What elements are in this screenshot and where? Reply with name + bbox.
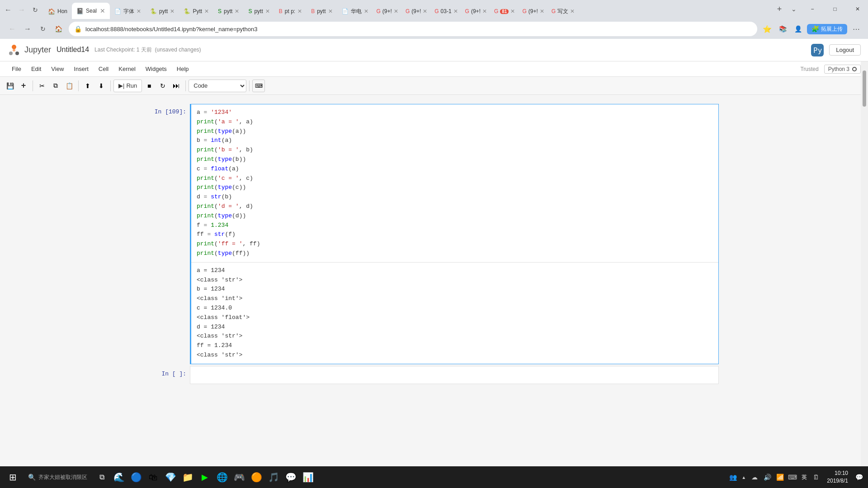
- cell-content-empty[interactable]: [190, 366, 719, 384]
- cut-button[interactable]: ✂: [36, 80, 48, 92]
- tab-close-icon[interactable]: ✕: [540, 8, 544, 14]
- close-button[interactable]: ✕: [847, 2, 868, 16]
- url-input-box[interactable]: 🔒 localhost:8888/notebooks/Untitled14.ip…: [69, 22, 757, 36]
- notification-button[interactable]: 💬: [854, 472, 864, 483]
- menu-cell[interactable]: Cell: [94, 64, 113, 74]
- tab-sf-pytt2[interactable]: S pytt ✕: [244, 4, 274, 19]
- menu-help[interactable]: Help: [172, 64, 193, 74]
- tab-close-icon[interactable]: ✕: [170, 8, 175, 14]
- tab-xiewen[interactable]: G 写文 ✕: [548, 4, 578, 19]
- tray-volume[interactable]: 🔊: [762, 472, 773, 483]
- tab-seal[interactable]: 📓 Seal ✕: [72, 3, 110, 19]
- back-nav-button[interactable]: ←: [5, 22, 19, 36]
- clock-display[interactable]: 10:10 2019/8/1: [823, 469, 852, 485]
- restart-run-button[interactable]: ⏭: [170, 80, 183, 92]
- tab-close-icon[interactable]: ✕: [137, 8, 141, 14]
- tab-close-icon[interactable]: ✕: [100, 7, 105, 14]
- tab-close-icon[interactable]: ✕: [297, 8, 302, 14]
- language-indicator[interactable]: 英: [800, 474, 809, 481]
- tab-hon[interactable]: 🏠 Hon: [43, 4, 72, 19]
- logout-button[interactable]: Logout: [829, 44, 861, 56]
- notebook-title[interactable]: Untitled14: [57, 46, 89, 54]
- scrollbar-thumb[interactable]: [863, 70, 866, 107]
- menu-widgets[interactable]: Widgets: [141, 64, 171, 74]
- add-cell-button[interactable]: +: [17, 80, 30, 92]
- tab-b-pt[interactable]: B pt p: ✕: [274, 4, 307, 19]
- move-up-button[interactable]: ⬆: [81, 80, 94, 92]
- tab-close-icon[interactable]: ✕: [235, 8, 239, 14]
- menu-file[interactable]: File: [7, 64, 26, 74]
- run-button[interactable]: ▶| Run: [113, 80, 142, 92]
- tray-cloud[interactable]: ☁: [749, 472, 760, 483]
- home-nav-button[interactable]: 🏠: [52, 22, 65, 36]
- tab-close-icon[interactable]: ✕: [482, 8, 487, 14]
- tray-people[interactable]: 👥: [727, 472, 738, 483]
- tab-pyttsx-2[interactable]: 🐍 Pytt ✕: [179, 4, 213, 19]
- tab-close-icon[interactable]: ✕: [453, 8, 458, 14]
- tab-g3[interactable]: G (9+! ✕: [462, 4, 491, 19]
- taskbar-game[interactable]: 🎮: [231, 469, 247, 485]
- task-view-button[interactable]: ⧉: [94, 469, 110, 485]
- tab-sf-pytt1[interactable]: S pytt ✕: [213, 4, 244, 19]
- taskbar-browser2[interactable]: 🌐: [214, 469, 230, 485]
- taskbar-app-orange[interactable]: 🟠: [248, 469, 264, 485]
- forward-button[interactable]: →: [15, 4, 28, 16]
- minimize-button[interactable]: −: [802, 2, 823, 16]
- save-button[interactable]: 💾: [4, 80, 16, 92]
- keyboard-shortcuts-button[interactable]: ⌨: [252, 80, 265, 92]
- tab-close-icon[interactable]: ✕: [570, 8, 575, 14]
- tab-close-icon[interactable]: ✕: [394, 8, 398, 14]
- interrupt-button[interactable]: ■: [143, 80, 156, 92]
- menu-view[interactable]: View: [47, 64, 68, 74]
- tab-g1[interactable]: G (9+! ✕: [373, 4, 402, 19]
- restart-button[interactable]: ↻: [156, 80, 169, 92]
- taskbar-play[interactable]: ▶: [197, 469, 213, 485]
- paste-button[interactable]: 📋: [63, 80, 75, 92]
- tab-g4[interactable]: G (9+! ✕: [519, 4, 547, 19]
- code-input-109[interactable]: a = '1234' print('a = ', a) print(type(a…: [191, 104, 718, 262]
- menu-kernel[interactable]: Kernel: [114, 64, 140, 74]
- taskbar-wechat[interactable]: 💬: [283, 469, 299, 485]
- tab-close-icon[interactable]: ✕: [265, 8, 270, 14]
- taskbar-music[interactable]: 🎵: [265, 469, 282, 485]
- cell-type-select[interactable]: Code Markdown Raw NBConvert Heading: [189, 80, 246, 92]
- tab-huadian[interactable]: 📄 华电 ✕: [337, 4, 373, 19]
- cell-content-109[interactable]: a = '1234' print('a = ', a) print(type(a…: [190, 104, 719, 364]
- taskbar-edge[interactable]: 🌊: [111, 469, 127, 485]
- tab-03[interactable]: G 03-1 ✕: [431, 4, 461, 19]
- taskbar-app-3d[interactable]: 💎: [162, 469, 179, 485]
- tab-close-icon[interactable]: ✕: [423, 8, 427, 14]
- taskbar-app-store[interactable]: 🛍: [145, 469, 161, 485]
- taskbar-powerpoint[interactable]: 📊: [300, 469, 316, 485]
- bookmark-button[interactable]: ⭐: [761, 23, 774, 35]
- extension-upload-button[interactable]: 🧩 拓展上传: [807, 24, 847, 34]
- tray-expand[interactable]: ▲: [740, 472, 747, 483]
- taskbar-app-ie[interactable]: 🔵: [128, 469, 144, 485]
- new-tab-button[interactable]: +: [773, 3, 786, 15]
- reload-nav-button[interactable]: ↻: [36, 22, 50, 36]
- tray-network[interactable]: 📶: [774, 472, 785, 483]
- settings-button[interactable]: ⋯: [850, 23, 863, 35]
- tab-close-icon[interactable]: ✕: [328, 8, 333, 14]
- tab-close-icon[interactable]: ✕: [204, 8, 209, 14]
- search-taskbar-button[interactable]: 🔍 齐家大妞被取消限区: [23, 469, 93, 485]
- scrollbar-track[interactable]: [861, 61, 868, 466]
- cell-109[interactable]: In [109]: a = '1234' print('a = ', a) pr…: [149, 104, 719, 364]
- maximize-button[interactable]: □: [825, 2, 845, 16]
- tab-chinese1[interactable]: 📄 字体 ✕: [110, 4, 146, 19]
- tab-b-pytt[interactable]: B pytt ✕: [307, 4, 337, 19]
- forward-nav-button[interactable]: →: [21, 22, 34, 36]
- tab-pyttsx-1[interactable]: 🐍 pytt ✕: [146, 4, 179, 19]
- account-button[interactable]: 👤: [792, 23, 804, 35]
- tab-close-icon[interactable]: ✕: [510, 8, 515, 14]
- cell-empty[interactable]: In [ ]:: [149, 366, 719, 384]
- menu-edit[interactable]: Edit: [27, 64, 46, 74]
- copy-button[interactable]: ⧉: [49, 80, 62, 92]
- tray-calendar[interactable]: 🗓: [811, 472, 821, 483]
- menu-insert[interactable]: Insert: [69, 64, 93, 74]
- back-button[interactable]: ←: [2, 4, 14, 16]
- taskbar-file-manager[interactable]: 📁: [179, 469, 196, 485]
- tab-overflow-button[interactable]: ⌄: [788, 3, 800, 15]
- move-down-button[interactable]: ⬇: [95, 80, 108, 92]
- tab-g2[interactable]: G (9+! ✕: [402, 4, 431, 19]
